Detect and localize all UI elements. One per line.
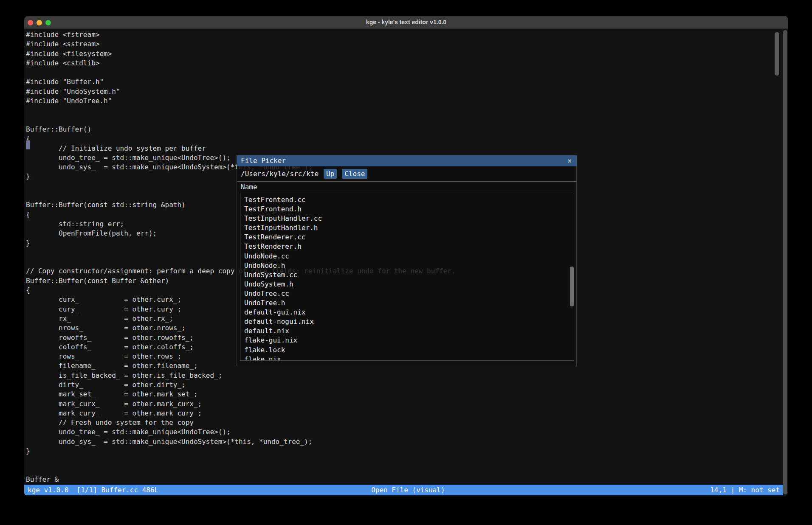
code-line[interactable]: mark_cury_ = other.mark_cury_;	[26, 409, 782, 418]
code-line[interactable]: {	[26, 134, 782, 143]
code-line[interactable]: dirty_ = other.dirty_;	[26, 380, 782, 390]
file-list-item[interactable]: UndoNode.cc	[244, 252, 574, 261]
code-line[interactable]: #include <sstream>	[26, 39, 782, 49]
code-line[interactable]: Buffer::Buffer()	[26, 125, 782, 134]
code-line[interactable]	[26, 68, 782, 77]
code-line[interactable]: #include <cstdlib>	[26, 59, 782, 68]
status-cursor-position: 14,1 | M: not set	[710, 485, 780, 495]
file-list-item[interactable]: flake-gui.nix	[244, 336, 574, 345]
code-line[interactable]	[26, 106, 782, 115]
code-line[interactable]: undo_tree_ = std::make_unique<UndoTree>(…	[26, 427, 782, 437]
file-list-item[interactable]: UndoSystem.h	[244, 280, 574, 289]
file-list-item[interactable]: TestFrontend.h	[244, 205, 574, 214]
code-line[interactable]: #include <filesystem>	[26, 49, 782, 59]
file-list-item[interactable]: TestInputHandler.cc	[244, 214, 574, 223]
column-header-name: Name	[237, 182, 576, 192]
window-scrollbar-track[interactable]	[783, 30, 787, 494]
file-list-item[interactable]: default-gui.nix	[244, 308, 574, 317]
file-list-item[interactable]: TestFrontend.cc	[244, 195, 574, 205]
file-picker-title: File Picker	[241, 157, 286, 165]
code-line[interactable]: undo_sys_ = std::make_unique<UndoSystem>…	[26, 437, 782, 446]
file-list-item[interactable]: default-nogui.nix	[244, 317, 574, 326]
file-list-item[interactable]: UndoTree.h	[244, 298, 574, 308]
up-button[interactable]: Up	[324, 169, 337, 179]
editor-window: kge - kyle's text editor v1.0.0 #include…	[24, 16, 788, 497]
code-line[interactable]	[26, 115, 782, 125]
file-list-item[interactable]: UndoSystem.cc	[244, 270, 574, 280]
file-list-item[interactable]: default.nix	[244, 326, 574, 336]
text-cursor	[26, 140, 30, 149]
close-icon[interactable]: ✕	[567, 155, 572, 166]
code-line[interactable]: mark_set_ = other.mark_set_;	[26, 390, 782, 399]
file-list-item[interactable]: UndoNode.h	[244, 261, 574, 270]
code-line[interactable]: // Initialize undo system per buffer	[26, 144, 782, 153]
code-line[interactable]	[26, 466, 782, 475]
window-titlebar[interactable]: kge - kyle's text editor v1.0.0	[24, 16, 788, 29]
window-title: kge - kyle's text editor v1.0.0	[24, 16, 788, 29]
file-picker-dialog: File Picker ✕ /Users/kyle/src/kte Up Clo…	[237, 155, 577, 366]
code-line[interactable]: #include <fstream>	[26, 30, 782, 39]
current-path: /Users/kyle/src/kte	[241, 170, 319, 178]
file-list-item[interactable]: TestInputHandler.h	[244, 223, 574, 233]
code-line[interactable]: mark_curx_ = other.mark_curx_;	[26, 399, 782, 409]
file-list-item[interactable]: TestRenderer.cc	[244, 233, 574, 242]
code-line[interactable]: #include "Buffer.h"	[26, 77, 782, 87]
file-list-item[interactable]: flake.nix	[244, 355, 574, 361]
code-line[interactable]: Buffer &	[26, 475, 782, 484]
file-picker-titlebar[interactable]: File Picker ✕	[237, 155, 577, 166]
code-line[interactable]: }	[26, 446, 782, 456]
file-list-item[interactable]: flake.lock	[244, 345, 574, 355]
code-line[interactable]: #include "UndoTree.h"	[26, 96, 782, 106]
file-list-scrollbar-thumb[interactable]	[570, 267, 574, 306]
file-picker-path-row: /Users/kyle/src/kte Up Close	[237, 167, 576, 181]
code-line[interactable]	[26, 456, 782, 465]
code-line[interactable]: is_file_backed_ = other.is_file_backed_;	[26, 371, 782, 380]
code-line[interactable]: #include "UndoSystem.h"	[26, 87, 782, 96]
status-mode: Open File (visual)	[371, 485, 445, 495]
file-list[interactable]: TestFrontend.ccTestFrontend.hTestInputHa…	[240, 193, 574, 361]
code-line[interactable]: // Fresh undo system for the copy	[26, 418, 782, 427]
close-button[interactable]: Close	[342, 169, 367, 179]
file-list-item[interactable]: TestRenderer.h	[244, 242, 574, 251]
status-left: kge v1.0.0 [1/1] Buffer.cc 486L	[28, 485, 158, 495]
status-bar: kge v1.0.0 [1/1] Buffer.cc 486L Open Fil…	[24, 485, 783, 495]
file-list-item[interactable]: UndoTree.cc	[244, 289, 574, 298]
editor-scrollbar-thumb[interactable]	[775, 32, 779, 76]
